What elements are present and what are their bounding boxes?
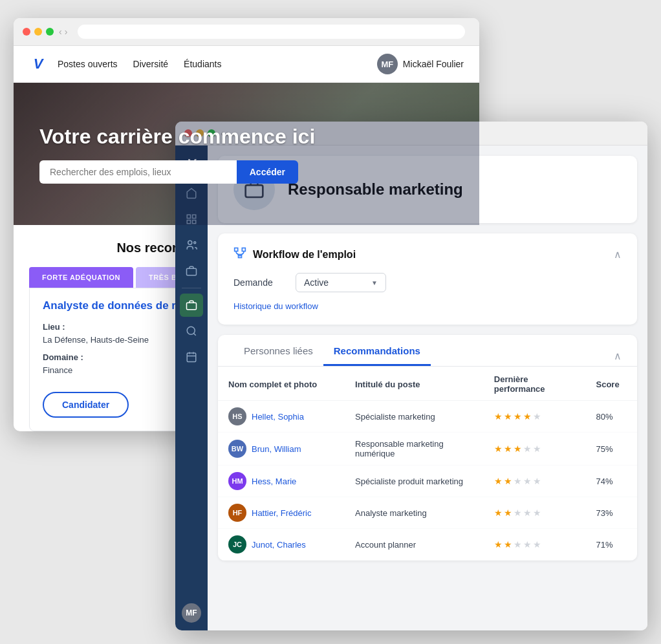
workflow-history-link[interactable]: Historique du workflow	[233, 300, 622, 312]
nav-diversite[interactable]: Diversité	[133, 59, 168, 69]
workflow-title-area: Workflow de l'emploi	[233, 246, 356, 263]
logo-icon: V	[34, 56, 43, 72]
star-filled: ★	[494, 411, 503, 422]
person-score-4: 71%	[586, 529, 637, 561]
star-empty: ★	[533, 508, 541, 518]
person-name-cell-2[interactable]: HMHess, Marie	[218, 466, 345, 497]
person-name-0: Hellet, Sophia	[252, 412, 304, 422]
tab-forte[interactable]: FORTE ADÉQUATION	[29, 267, 133, 288]
person-link-3[interactable]: HFHattier, Frédéric	[228, 504, 334, 522]
candidater-button[interactable]: Candidater	[43, 392, 129, 418]
star-empty: ★	[514, 476, 522, 486]
job-lieu-value: La Défense, Hauts-de-Seine	[43, 335, 149, 345]
workflow-row: Demande Active ▼	[233, 273, 622, 292]
people-card: Personnes liées Recommandations ∧ Nom co…	[218, 335, 637, 561]
person-link-0[interactable]: HSHellet, Sophia	[228, 407, 334, 425]
star-empty: ★	[514, 539, 522, 550]
stars-container-1: ★★★★★	[494, 444, 576, 454]
nav-fwd[interactable]: ›	[65, 27, 68, 37]
score-value-4: 71%	[596, 540, 613, 550]
person-poste-3: Analyste marketing	[345, 497, 484, 529]
th-performance: Dernière performance	[484, 367, 586, 401]
nav-etudiants[interactable]: Étudiants	[184, 59, 221, 69]
people-table: Nom complet et photo Intitulé du poste D…	[218, 367, 637, 561]
tab-personnes-liees[interactable]: Personnes liées	[233, 345, 323, 366]
sidebar-user-avatar[interactable]: MF	[182, 603, 201, 623]
sidebar-item-calendar[interactable]	[180, 345, 203, 369]
th-poste: Intitulé du poste	[345, 367, 484, 401]
person-avatar-2: HM	[228, 472, 246, 490]
dot-green	[46, 28, 54, 36]
star-empty: ★	[533, 476, 541, 486]
th-score: Score	[586, 367, 637, 401]
star-filled: ★	[514, 411, 522, 422]
people-tabs: Personnes liées Recommandations	[233, 345, 431, 366]
person-score-2: 74%	[586, 466, 637, 497]
score-value-1: 75%	[596, 444, 613, 454]
site-nav-links: Postes ouverts Diversité Étudiants	[58, 59, 377, 69]
table-header-row: Nom complet et photo Intitulé du poste D…	[218, 367, 637, 401]
person-name-2: Hess, Marie	[252, 477, 296, 486]
person-poste-1: Responsable marketing numérique	[345, 433, 484, 466]
star-filled: ★	[504, 444, 512, 454]
window-chrome-back: ‹ ›	[14, 18, 479, 46]
person-link-4[interactable]: JCJunot, Charles	[228, 535, 334, 553]
traffic-lights-back	[23, 28, 54, 36]
svg-rect-9	[187, 353, 196, 362]
svg-rect-15	[242, 248, 245, 252]
workflow-collapse-icon[interactable]: ∧	[614, 248, 622, 261]
person-link-1[interactable]: BWBrun, William	[228, 440, 334, 458]
dot-yellow	[34, 28, 42, 36]
hero-search: Accéder	[39, 160, 298, 184]
person-poste-0: Spécialiste marketing	[345, 401, 484, 433]
workflow-card: Workflow de l'emploi ∧ Demande Active ▼ …	[218, 233, 637, 325]
status-dropdown[interactable]: Active ▼	[296, 273, 386, 292]
sidebar-item-jobs[interactable]	[180, 294, 203, 317]
stars-container-3: ★★★★★	[494, 508, 576, 518]
star-filled: ★	[494, 508, 503, 518]
person-name-3: Hattier, Frédéric	[252, 508, 311, 518]
hero-title: Votre carrière commence ici	[39, 125, 453, 149]
person-name-1: Brun, William	[252, 444, 301, 454]
svg-point-5	[194, 242, 196, 244]
star-empty: ★	[533, 411, 541, 422]
star-filled: ★	[504, 411, 512, 422]
sidebar-divider	[182, 288, 201, 288]
nav-postes[interactable]: Postes ouverts	[58, 59, 118, 69]
job-domaine-value: Finance	[43, 365, 72, 375]
people-tabs-header: Personnes liées Recommandations ∧	[218, 335, 637, 367]
people-collapse-icon[interactable]: ∧	[614, 350, 622, 362]
person-score-1: 75%	[586, 433, 637, 466]
person-avatar-1: BW	[228, 440, 246, 458]
star-filled: ★	[504, 508, 512, 518]
workflow-link-text[interactable]: Historique du workflow	[233, 301, 318, 311]
sidebar-item-search[interactable]	[180, 319, 203, 343]
person-name-cell-4[interactable]: JCJunot, Charles	[218, 529, 345, 561]
star-filled: ★	[494, 444, 503, 454]
person-name-cell-1[interactable]: BWBrun, William	[218, 433, 345, 466]
star-empty: ★	[514, 508, 522, 518]
status-value: Active	[304, 277, 366, 288]
person-avatar-4: JC	[228, 535, 246, 553]
person-name-4: Junot, Charles	[252, 540, 306, 550]
hero-search-button[interactable]: Accéder	[237, 160, 298, 184]
person-stars-0: ★★★★★	[484, 401, 586, 433]
star-filled: ★	[523, 411, 532, 422]
sidebar-item-people[interactable]	[180, 233, 203, 257]
svg-rect-7	[187, 303, 197, 310]
person-score-3: 73%	[586, 497, 637, 529]
star-filled: ★	[494, 539, 503, 550]
person-name-cell-0[interactable]: HSHellet, Sophia	[218, 401, 345, 433]
sidebar-item-briefcase[interactable]	[180, 259, 203, 283]
table-row: HFHattier, FrédéricAnalyste marketing★★★…	[218, 497, 637, 529]
person-name-cell-3[interactable]: HFHattier, Frédéric	[218, 497, 345, 529]
demande-label: Demande	[233, 277, 285, 288]
tab-recommandations[interactable]: Recommandations	[323, 345, 431, 366]
person-avatar-3: HF	[228, 504, 246, 522]
person-link-2[interactable]: HMHess, Marie	[228, 472, 334, 490]
user-avatar-nav: MF	[377, 54, 398, 74]
nav-back[interactable]: ‹	[59, 27, 62, 37]
table-row: BWBrun, WilliamResponsable marketing num…	[218, 433, 637, 466]
hero-search-input[interactable]	[39, 160, 237, 184]
job-lieu-label: Lieu :	[43, 322, 65, 332]
